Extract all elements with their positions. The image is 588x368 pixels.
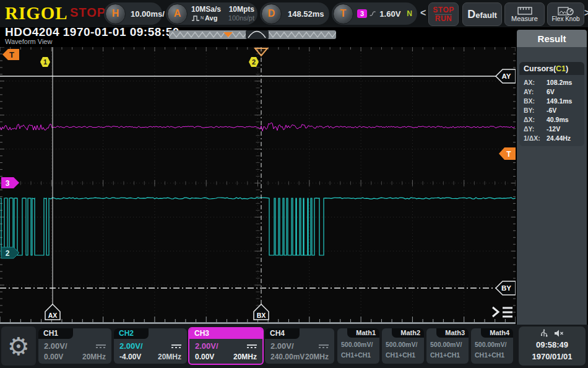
ch1-tab[interactable]: CH1: [38, 328, 73, 339]
math4-tab[interactable]: Math4: [481, 328, 513, 338]
ch4-bandwidth: 20MHz: [305, 353, 329, 361]
cursor-ay-flag-label: AY: [502, 72, 511, 80]
result-row-dy: ΔY:-12V: [524, 124, 581, 133]
cursor-by-flag-label: BY: [501, 284, 511, 292]
status-time: 09:58:49: [519, 340, 586, 349]
result-row-bx: BX:149.1ms: [524, 96, 581, 105]
usb-icon: [540, 329, 548, 338]
trigger-level-flag-label: T: [506, 150, 511, 159]
horizontal-panel[interactable]: H 10.00ms/: [104, 2, 162, 25]
collapse-arrow[interactable]: <: [420, 7, 426, 19]
math-card-math4[interactable]: Math4 500.00mV/ CH1+CH1: [471, 328, 513, 364]
result-row-by: BY:-6V: [524, 105, 581, 115]
ch2-tab[interactable]: CH2: [114, 328, 149, 339]
math4-scale: 500.00mV/: [475, 341, 506, 348]
tab-waveform-view[interactable]: Waveform View: [5, 38, 52, 45]
math2-expression: CH1+CH1: [386, 351, 415, 359]
stop-run-button[interactable]: STOP RUN: [428, 2, 459, 26]
channel-card-ch1[interactable]: CH1 2.00V/ 0.00V 20MHz: [38, 328, 111, 364]
run-label: RUN: [435, 14, 452, 23]
flex-knob-label: Flex Knob: [551, 15, 579, 22]
math3-scale: 500.00mV/: [430, 341, 462, 348]
ch2-offset: -4.00V: [119, 353, 141, 361]
result-row-freq: 1/ΔX:24.44Hz: [524, 133, 581, 142]
ch1-bandwidth: 20MHz: [82, 353, 106, 361]
trigger-flag-left-label: T: [9, 50, 14, 59]
delay-knob[interactable]: D: [261, 4, 282, 24]
ch4-coupling-icon: [319, 344, 329, 348]
math2-tab[interactable]: Math2: [392, 328, 424, 338]
sound-muted-icon: [554, 329, 564, 338]
ch3-scale: 2.00V/: [195, 341, 218, 351]
trigger-panel[interactable]: T 3 1.60V N: [332, 2, 417, 25]
cursor-a-badge-label: 1: [43, 58, 47, 66]
horizontal-knob[interactable]: H: [105, 4, 126, 24]
ch3-tab[interactable]: CH3: [189, 328, 224, 339]
waveform-overview-bar[interactable]: [169, 30, 336, 40]
measure-label: Measure: [511, 15, 538, 22]
sample-resolution: 100ns/pt: [228, 14, 254, 22]
ch3-offset: 0.00V: [195, 353, 214, 361]
ch2-scale: 2.00V/: [119, 341, 143, 351]
cursor-source: C1: [556, 64, 566, 73]
ch4-scale: 2.00V/: [270, 341, 294, 351]
channel3-marker-label: 3: [6, 179, 10, 188]
ch2-bandwidth: 20MHz: [158, 353, 181, 361]
gear-icon: ⚙: [7, 332, 30, 361]
expand-arrow[interactable]: >: [584, 7, 588, 19]
status-date: 1970/01/01: [519, 352, 586, 361]
cursors-result-card[interactable]: Cursors(C1) AX:108.2ms AY:6V BX:149.1ms …: [519, 62, 584, 146]
waveform-plot[interactable]: T T 1 2 3 2 AY BY AX BX: [0, 47, 516, 325]
delay-panel[interactable]: D 148.52ms: [260, 2, 329, 25]
acquire-knob[interactable]: A: [167, 4, 188, 24]
stop-label: STOP: [433, 6, 454, 14]
measure-button[interactable]: Measure: [504, 2, 545, 26]
channel-card-ch2[interactable]: CH2 2.00V/ -4.00V 20MHz: [114, 328, 187, 364]
math-card-math3[interactable]: Math3 500.00mV/ CH1+CH1: [426, 328, 469, 364]
cursor-b-badge-label: 2: [252, 58, 256, 66]
acquire-panel[interactable]: A 10MSa/s 10Mpts N Avg 100ns/pt: [166, 2, 257, 25]
timebase-value: 10.00ms/: [131, 9, 165, 19]
rising-edge-icon: [370, 8, 376, 19]
page-title: HDO4204 1970-01-01 09:58:50: [5, 25, 179, 39]
math3-expression: CH1+CH1: [430, 351, 460, 359]
ch1-coupling-icon: [96, 344, 106, 348]
acquisition-status: STOP: [70, 6, 106, 20]
ch4-offset: 240.00mV: [270, 353, 305, 361]
ch1-offset: 0.00V: [44, 353, 63, 361]
utility-menu-button[interactable]: ⚙: [1, 326, 36, 366]
ch3-bandwidth: 20MHz: [233, 353, 257, 361]
cursor-bx-flag-label: BX: [257, 312, 266, 319]
math-card-math2[interactable]: Math2 500.00mV/ CH1+CH1: [382, 328, 424, 364]
math-card-math1[interactable]: Math1 500.00mV/ CH1+CH1: [337, 328, 379, 364]
default-button[interactable]: Default: [462, 2, 502, 26]
sample-rate: 10MSa/s: [191, 5, 221, 14]
math1-tab[interactable]: Math1: [347, 328, 379, 338]
trigger-level: 1.60V: [379, 9, 400, 19]
ch3-coupling-icon: [247, 344, 257, 348]
trigger-source-badge: 3: [357, 9, 367, 18]
trigger-mode: N: [407, 9, 412, 18]
delay-value: 148.52ms: [288, 9, 324, 19]
channel-card-ch3[interactable]: CH3 2.00V/ 0.00V 20MHz: [188, 327, 264, 365]
cursors-card-title: Cursors(C1): [519, 62, 584, 75]
memory-depth: 10Mpts: [229, 5, 254, 14]
ruler-icon: [517, 7, 532, 15]
math1-scale: 500.00mV/: [341, 341, 373, 348]
ch4-tab[interactable]: CH4: [265, 328, 300, 339]
rigol-logo: RIGOL: [5, 3, 68, 24]
result-row-dx: ΔX:40.9ms: [524, 115, 581, 124]
math3-tab[interactable]: Math3: [436, 328, 469, 338]
channel2-marker-label: 2: [6, 249, 10, 258]
result-row-ax: AX:108.2ms: [524, 77, 581, 87]
flex-knob-button[interactable]: Flex Knob: [547, 2, 584, 26]
acquire-mode: Avg: [205, 14, 217, 22]
result-panel-header: Result: [517, 30, 587, 47]
result-row-ay: AY:6V: [524, 87, 581, 96]
ch2-coupling-icon: [171, 344, 181, 348]
avg-n-superscript: N: [201, 14, 204, 22]
clock-panel[interactable]: 09:58:49 1970/01/01: [519, 326, 586, 366]
trigger-knob[interactable]: T: [333, 4, 353, 24]
channel-card-ch4[interactable]: CH4 2.00V/ 240.00mV 20MHz: [265, 328, 334, 364]
math4-expression: CH1+CH1: [475, 351, 504, 359]
